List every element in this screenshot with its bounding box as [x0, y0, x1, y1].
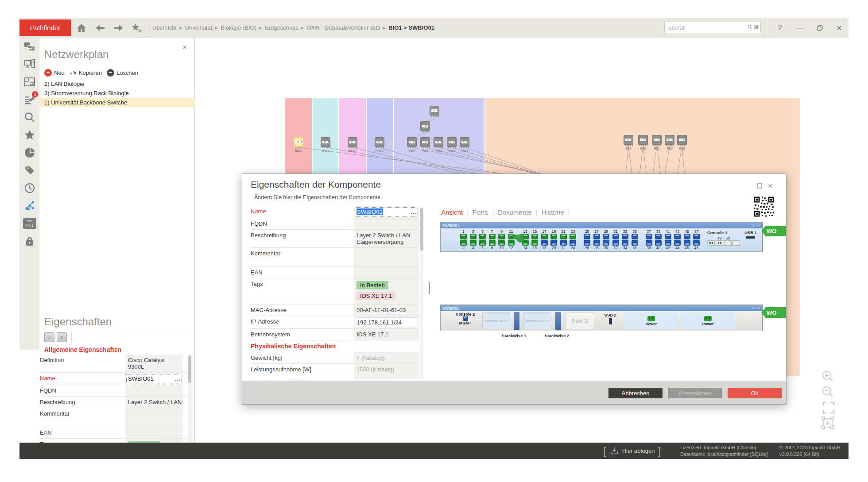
delete-button-label[interactable]: Löschen — [116, 69, 138, 76]
network-node-rz3[interactable] — [677, 135, 687, 145]
breadcrumb-item[interactable]: Biologie (BIO) — [221, 24, 256, 31]
network-node-vw0[interactable] — [407, 137, 417, 147]
port-1[interactable] — [460, 234, 467, 239]
port-26[interactable] — [584, 240, 590, 246]
stackwise2-port[interactable] — [555, 312, 561, 330]
port-16[interactable] — [531, 240, 538, 246]
network-node-bio1[interactable] — [294, 137, 303, 147]
port-46[interactable] — [684, 240, 690, 246]
port-45[interactable] — [684, 234, 690, 239]
usb2-port[interactable] — [609, 318, 612, 324]
sidebar-item-tag[interactable] — [19, 162, 39, 179]
view-mode-buttons[interactable]: V H — [752, 307, 760, 310]
port-18[interactable] — [541, 240, 548, 246]
drop-zone[interactable]: [ Hier ablegen ] — [603, 443, 661, 459]
copy-icon[interactable] — [70, 69, 77, 77]
close-icon[interactable]: ✕ — [833, 22, 846, 34]
sidebar-item-floorplan[interactable] — [19, 73, 39, 91]
port-15[interactable] — [531, 234, 538, 239]
breadcrumb-item[interactable]: Übersicht — [152, 24, 177, 31]
breadcrumb-item[interactable]: Erdgeschoss — [265, 24, 298, 31]
fan1-module[interactable]: SWBIO01-Fan 1 — [482, 312, 510, 329]
plan-list-item[interactable]: 1) Universität Backbone Switche — [39, 98, 195, 107]
port-44[interactable] — [674, 240, 681, 246]
breadcrumb-item[interactable]: Universität — [185, 24, 212, 31]
favorite-add-icon[interactable] — [131, 23, 142, 33]
sidebar-item-star[interactable] — [19, 126, 39, 144]
port-17[interactable] — [541, 234, 548, 239]
network-node-med1[interactable] — [348, 137, 357, 147]
plan-list-item[interactable]: 2) LAN Biologie — [39, 79, 195, 89]
network-node-vw3[interactable] — [447, 137, 457, 147]
forward-arrow-icon[interactable] — [113, 23, 124, 33]
search-icon[interactable] — [747, 23, 752, 31]
apply-check-icon[interactable]: ✓ — [44, 332, 54, 342]
text-select-icon[interactable]: A — [821, 416, 834, 429]
sidebar-item-workstation[interactable] — [19, 55, 39, 73]
network-node-vw4[interactable] — [460, 137, 469, 147]
home-icon[interactable] — [76, 23, 87, 33]
stackwise1-port[interactable] — [514, 312, 519, 330]
view-mode-buttons[interactable]: V H — [752, 224, 760, 227]
name-input[interactable]: SWBIO01... — [355, 207, 418, 216]
network-node-vw1[interactable] — [420, 137, 430, 147]
sidebar-item-tasks[interactable]: 3 — [19, 91, 39, 108]
sidebar-item-piechart[interactable] — [19, 144, 39, 162]
port-47[interactable] — [693, 234, 700, 239]
back-arrow-icon[interactable] — [95, 23, 105, 33]
port-30[interactable] — [603, 240, 609, 246]
help-icon[interactable]: ? — [773, 22, 787, 34]
port-6[interactable] — [479, 240, 486, 246]
wo-tag[interactable]: WO — [761, 307, 786, 318]
port-10[interactable] — [498, 240, 505, 246]
port-7[interactable] — [489, 234, 496, 239]
barcode-icon[interactable] — [753, 23, 759, 31]
network-node-rz1[interactable] — [652, 135, 662, 145]
tab-ports[interactable]: Ports — [469, 208, 492, 216]
port-38[interactable] — [646, 240, 652, 246]
more-options-button[interactable]: ... — [175, 376, 180, 382]
port-8[interactable] — [489, 240, 496, 246]
network-node-phy1[interactable] — [375, 137, 384, 147]
props-scrollbar[interactable] — [188, 355, 192, 443]
port-9[interactable] — [498, 234, 505, 239]
sidebar-item-lock[interactable] — [19, 232, 39, 250]
port-32[interactable] — [612, 240, 619, 246]
breadcrumb-item[interactable]: 0006 - Gebäudeverteiler BIO — [306, 24, 380, 31]
pathfinder-logo[interactable]: Pathfinder — [19, 19, 71, 36]
wo-tag[interactable]: WO — [761, 226, 786, 236]
port-33[interactable] — [622, 234, 628, 239]
power-supply-2[interactable]: Power — [681, 312, 735, 329]
port-19[interactable] — [550, 234, 557, 239]
port-29[interactable] — [603, 234, 609, 239]
fit-screen-icon[interactable] — [822, 401, 835, 414]
network-node-vw2[interactable] — [434, 137, 443, 147]
port-43[interactable] — [674, 234, 681, 239]
new-icon[interactable]: + — [44, 69, 52, 77]
port-23[interactable] — [570, 234, 576, 239]
fan3-slot[interactable]: Fan 3 — [565, 312, 594, 329]
ok-button[interactable]: Ok — [728, 388, 782, 398]
zoom-out-icon[interactable] — [821, 385, 834, 398]
sfp-port-empty[interactable] — [732, 240, 740, 246]
tab-dokumente[interactable]: Dokumente — [494, 208, 536, 216]
console2-port[interactable] — [463, 316, 468, 321]
sfp-port-49[interactable] — [707, 240, 715, 246]
name-input[interactable]: SWBIO01... — [126, 374, 182, 383]
port-42[interactable] — [665, 240, 671, 246]
sidebar-item-network-graph[interactable] — [19, 197, 39, 215]
port-39[interactable] — [655, 234, 662, 239]
network-node[interactable] — [420, 121, 430, 131]
tab-historie[interactable]: Historie — [538, 208, 568, 216]
abbrechen-button[interactable]: Abbrechen — [608, 388, 663, 398]
network-node-rz2[interactable] — [665, 135, 674, 145]
fan2-module[interactable]: SWBIO01-Fan 2 — [523, 312, 551, 329]
more-options-button[interactable]: ... — [411, 209, 416, 215]
restore-icon[interactable] — [813, 22, 826, 34]
tab-ansicht[interactable]: Ansicht — [437, 208, 467, 216]
port-20[interactable] — [550, 240, 557, 246]
sidebar-item-clock[interactable] — [19, 179, 39, 197]
new-button-label[interactable]: Neu — [54, 69, 65, 76]
port-21[interactable] — [560, 234, 567, 239]
dialog-maximize-icon[interactable] — [756, 182, 763, 190]
